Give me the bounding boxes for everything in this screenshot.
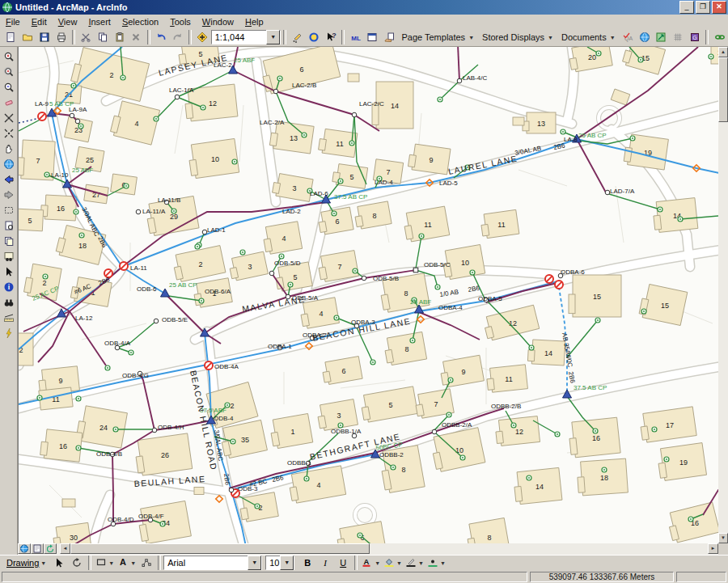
menu-edit[interactable]: Edit xyxy=(26,16,53,27)
status-extra-panel xyxy=(676,572,726,582)
zoom-to-selection-tool[interactable] xyxy=(0,233,17,248)
undo-button[interactable] xyxy=(153,28,170,46)
restore-button[interactable]: ❐ xyxy=(696,1,710,14)
redo-button[interactable] xyxy=(169,28,186,46)
zoom-in-centered-tool[interactable] xyxy=(0,64,17,79)
shape-tool-button[interactable]: ▼ xyxy=(94,556,116,571)
hyperlink-tool[interactable] xyxy=(0,325,17,340)
scroll-up-button[interactable]: ▲ xyxy=(718,47,728,57)
menu-help[interactable]: Help xyxy=(239,16,269,27)
map-label: ODB-4/G xyxy=(122,372,149,379)
select-by-rectangle-tool[interactable] xyxy=(0,202,17,218)
page-hand-button[interactable] xyxy=(381,28,398,46)
vertical-scrollbar[interactable]: ▲ ▼ xyxy=(718,47,728,543)
add-data-button[interactable] xyxy=(194,28,211,46)
building-number: 3 xyxy=(292,184,296,192)
map-label: ODB-6/A xyxy=(205,288,231,295)
delete-button[interactable] xyxy=(128,28,145,46)
horizontal-scrollbar[interactable]: ◄ ► xyxy=(18,543,718,555)
text-tool-button[interactable]: A▼ xyxy=(116,556,138,571)
menu-insert[interactable]: Insert xyxy=(83,16,116,27)
select-graphics-tool[interactable] xyxy=(0,218,17,233)
save-button[interactable] xyxy=(36,28,53,46)
copy-button[interactable] xyxy=(95,28,112,46)
zoom-in-tool[interactable] xyxy=(0,49,17,64)
scale-combo[interactable]: 1:1,044▼ xyxy=(211,30,281,44)
building-number: 8 xyxy=(404,289,408,298)
edit-vertices-button[interactable] xyxy=(138,556,155,571)
editor-toolbar-button[interactable] xyxy=(289,28,306,46)
extension-button[interactable]: G xyxy=(687,28,704,46)
building-number: 8 xyxy=(404,345,408,353)
zoom-out-tool[interactable] xyxy=(0,79,17,95)
full-extent-tool[interactable] xyxy=(0,156,17,171)
fixed-zoom-out-tool[interactable] xyxy=(0,125,17,141)
find-tool[interactable] xyxy=(0,294,17,310)
hscroll-thumb[interactable] xyxy=(70,543,370,554)
bold-button[interactable]: B xyxy=(298,556,316,571)
font-color-button[interactable]: A▼ xyxy=(360,556,382,571)
launch-button[interactable] xyxy=(306,28,323,46)
symbol-sq xyxy=(413,268,418,272)
forward-extent-tool[interactable] xyxy=(0,187,17,202)
map-label: ODB-4 xyxy=(214,415,234,422)
menu-view[interactable]: View xyxy=(53,16,83,27)
ml-tool-button[interactable]: ML xyxy=(347,28,364,46)
scroll-right-button[interactable]: ► xyxy=(708,543,718,554)
overview-window-button[interactable] xyxy=(364,28,381,46)
rotate-button[interactable] xyxy=(68,556,86,571)
fill-color-button[interactable]: ▼ xyxy=(382,556,404,571)
data-frame-button[interactable] xyxy=(653,28,670,46)
map-view[interactable]: 2562123412141320151519725101311397516627… xyxy=(18,47,718,543)
map-canvas[interactable]: 2562123412141320151519725101311397516627… xyxy=(19,47,718,543)
attributes-tool[interactable] xyxy=(0,248,17,264)
back-extent-tool[interactable] xyxy=(0,171,17,187)
font-size-combo[interactable]: 10▼ xyxy=(265,556,294,570)
new-document[interactable] xyxy=(2,28,19,46)
layout-view-button[interactable] xyxy=(31,543,44,554)
menu-file[interactable]: File xyxy=(0,16,26,27)
grid-button[interactable] xyxy=(670,28,687,46)
close-button[interactable]: ✕ xyxy=(712,1,726,14)
refresh-view-button[interactable] xyxy=(44,543,57,554)
data-view-button[interactable] xyxy=(18,543,31,554)
print-button[interactable] xyxy=(53,28,70,46)
measure-tool[interactable] xyxy=(0,310,17,325)
open-button[interactable] xyxy=(19,28,36,46)
dropdown-page-templates[interactable]: Page Templates▼ xyxy=(397,28,478,46)
underline-button[interactable]: U xyxy=(334,556,352,571)
marker-color-button[interactable]: ▼ xyxy=(425,556,447,571)
line-color-button[interactable]: ▼ xyxy=(404,556,425,571)
whats-this-button[interactable]: ? xyxy=(323,28,340,46)
fixed-zoom-in-tool[interactable] xyxy=(0,110,17,125)
minimize-button[interactable]: _ xyxy=(679,1,694,14)
caret-down-icon[interactable]: ▼ xyxy=(266,30,280,44)
caret-down-icon[interactable]: ▼ xyxy=(248,556,261,570)
pan-tool[interactable] xyxy=(0,141,17,156)
paste-button[interactable] xyxy=(111,28,128,46)
select-elements-button[interactable] xyxy=(50,556,68,571)
identify-tool[interactable]: i xyxy=(0,279,17,294)
menu-selection[interactable]: Selection xyxy=(116,16,164,27)
dropdown-documents[interactable]: Documents▼ xyxy=(557,28,620,46)
cut-button[interactable] xyxy=(78,28,95,46)
dropdown-stored-displays[interactable]: Stored Displays▼ xyxy=(478,28,557,46)
caret-down-icon: ▼ xyxy=(130,560,136,566)
hyperlink-chain-button[interactable] xyxy=(711,28,728,46)
svg-text:?: ? xyxy=(332,32,336,40)
menu-tools[interactable]: Tools xyxy=(164,16,197,27)
globe-button[interactable] xyxy=(636,28,653,46)
symbol-svc xyxy=(596,51,601,56)
scroll-down-button[interactable]: ▼ xyxy=(718,533,728,543)
vscroll-thumb[interactable] xyxy=(718,57,728,122)
menu-window[interactable]: Window xyxy=(197,16,239,27)
drawing-menu-button[interactable]: Drawing▼ xyxy=(2,556,50,571)
caret-down-icon[interactable]: ▼ xyxy=(280,556,294,570)
qa-button[interactable]: QA xyxy=(620,28,637,46)
utility-line xyxy=(112,454,113,524)
erase-tool[interactable] xyxy=(0,95,17,110)
font-combo[interactable]: Arial▼ xyxy=(163,556,262,570)
italic-button[interactable]: I xyxy=(316,556,334,571)
scroll-left-button[interactable]: ◄ xyxy=(60,543,70,554)
select-elements-tool[interactable] xyxy=(0,264,17,279)
